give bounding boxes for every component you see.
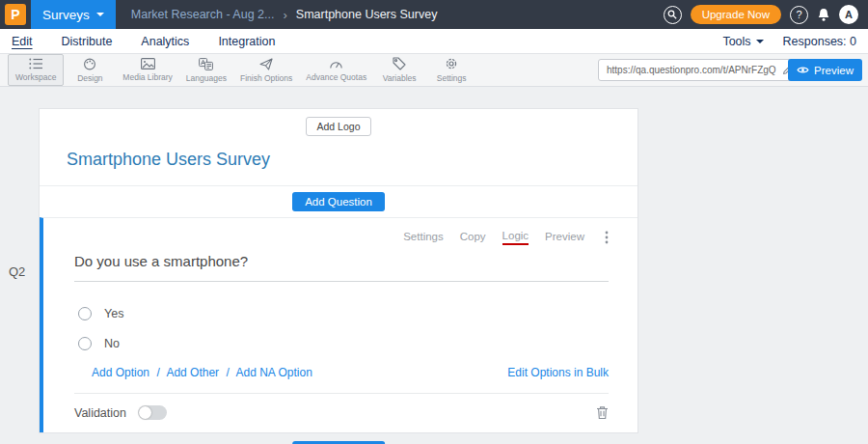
question-block: Settings Copy Logic Preview Do you use a… [40,217,637,432]
survey-url-field [598,59,799,81]
link-separator: / [226,366,229,379]
image-icon [141,58,155,69]
question-action-tabs: Settings Copy Logic Preview [74,230,609,245]
validation-label: Validation [74,406,126,420]
page-footer-row: Add Question Remove Page Break Separator… [39,440,638,444]
toolbar-item-languages[interactable]: Languages [179,54,233,86]
preview-button[interactable]: Preview [788,59,862,81]
breadcrumb: Market Research - Aug 2... › Smartphone … [131,8,438,22]
question-text-field[interactable]: Do you use a smartphone? [74,253,609,282]
menu-item-edit[interactable]: Edit [12,35,33,48]
survey-card: Add Logo Smartphone Users Survey Add Que… [39,108,638,433]
tab-preview[interactable]: Preview [545,231,584,244]
design-palette-icon [83,58,96,70]
tab-copy[interactable]: Copy [460,231,486,244]
editor-toolbar: Workspace Design Media Library Languages [0,54,868,87]
radio-button[interactable] [78,307,92,320]
link-separator: / [156,366,159,379]
breadcrumb-current: Smartphone Users Survey [296,8,438,21]
answer-option-row: Yes [78,307,609,320]
edit-options-in-bulk-link[interactable]: Edit Options in Bulk [507,366,609,379]
upgrade-now-button[interactable]: Upgrade Now [691,5,781,24]
search-icon[interactable] [664,6,682,24]
help-icon[interactable]: ? [790,6,808,24]
gear-icon [445,57,458,70]
chevron-down-icon [96,13,104,16]
kebab-menu-icon[interactable] [605,231,609,244]
add-option-link[interactable]: Add Option [92,366,149,379]
option-label[interactable]: Yes [104,307,123,320]
option-label[interactable]: No [104,337,120,350]
delete-question-trash-icon[interactable] [596,405,609,420]
toolbar-item-advance-quotas[interactable]: Advance Quotas [299,54,373,86]
add-question-button-top[interactable]: Add Question [292,192,385,211]
toolbar-item-workspace[interactable]: Workspace [8,54,64,86]
question-number: Q2 [9,264,25,279]
toolbar-item-media-library[interactable]: Media Library [116,54,179,86]
validation-toggle[interactable] [138,405,167,420]
quota-gauge-icon [329,58,343,69]
toolbar-item-variables[interactable]: Variables [373,54,425,86]
menu-item-distribute[interactable]: Distribute [62,35,113,48]
responses-count[interactable]: Responses: 0 [783,35,856,48]
tools-dropdown[interactable]: Tools [722,35,763,48]
answer-option-row: No [78,337,609,350]
menu-item-analytics[interactable]: Analytics [141,35,189,48]
add-other-link[interactable]: Add Other [166,366,219,379]
breadcrumb-parent[interactable]: Market Research - Aug 2... [131,8,275,21]
tools-label: Tools [722,35,750,48]
survey-canvas: Q2 Add Logo Smartphone Users Survey Add … [0,108,868,444]
menu-item-integration[interactable]: Integration [218,35,275,48]
avatar[interactable]: A [839,5,858,24]
add-logo-button[interactable]: Add Logo [306,117,372,136]
product-switcher[interactable]: Surveys [31,0,116,29]
add-na-option-link[interactable]: Add NA Option [235,366,312,379]
product-label: Surveys [42,8,90,22]
survey-menu-bar: Edit Distribute Analytics Integration To… [0,29,868,54]
toolbar-item-design[interactable]: Design [64,54,116,86]
notifications-bell-icon[interactable] [817,8,830,22]
survey-title[interactable]: Smartphone Users Survey [67,150,637,170]
tag-icon [393,57,406,70]
validation-row: Validation [74,393,609,420]
eye-icon [797,66,809,74]
paper-plane-icon [259,58,273,70]
option-links: Add Option / Add Other / Add NA Option [92,366,312,379]
languages-icon [199,58,213,70]
radio-button[interactable] [78,337,92,350]
top-bar: P Surveys Market Research - Aug 2... › S… [0,0,868,29]
toggle-knob [139,406,151,419]
breadcrumb-separator: › [283,8,286,22]
workspace-icon [29,58,43,69]
tab-logic[interactable]: Logic [502,230,529,245]
tab-settings[interactable]: Settings [403,231,444,244]
toolbar-item-finish-options[interactable]: Finish Options [233,54,299,86]
chevron-down-icon [756,40,764,43]
toolbar-item-settings[interactable]: Settings [425,54,477,86]
questionpro-logo[interactable]: P [5,4,26,25]
survey-url-input[interactable] [607,65,782,75]
